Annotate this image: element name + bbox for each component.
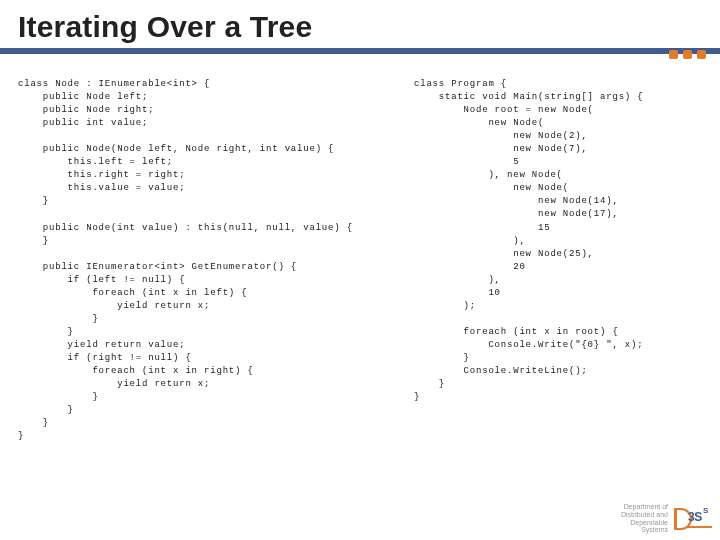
department-label: Department of Distributed and Dependable… (621, 503, 668, 534)
code-left: class Node : IEnumerable<int> { public N… (18, 78, 378, 443)
slide-content: class Node : IEnumerable<int> { public N… (0, 60, 720, 443)
title-rule (0, 48, 720, 60)
code-right: class Program { static void Main(string[… (414, 78, 702, 443)
d3s-logo-icon: 3S S (674, 508, 710, 530)
page-title: Iterating Over a Tree (0, 0, 720, 48)
corner-dots-icon (669, 50, 706, 59)
slide-footer: Department of Distributed and Dependable… (621, 503, 710, 534)
